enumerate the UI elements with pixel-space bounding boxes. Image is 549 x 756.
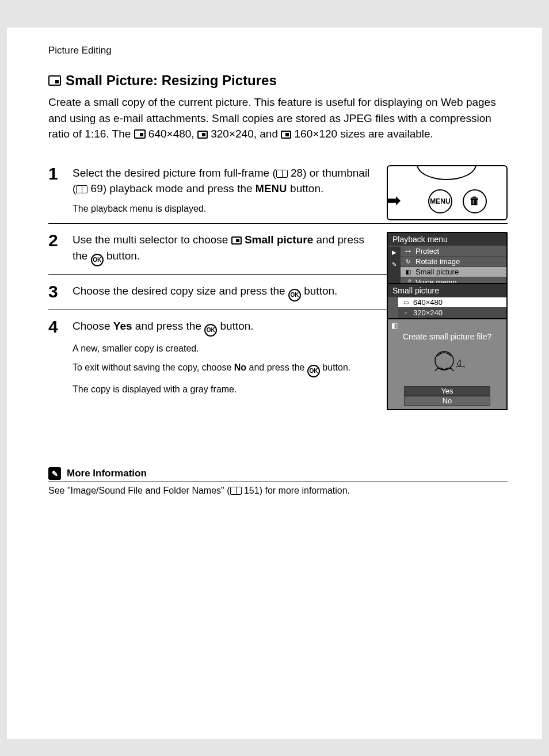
small-picture-icon — [231, 236, 242, 245]
book-icon — [276, 170, 288, 178]
chapter-title: Picture Editing — [48, 45, 508, 56]
size-icon: ▭ — [402, 299, 410, 306]
sp-badge-icon: ◧ — [391, 322, 398, 330]
preview-drawing — [427, 348, 467, 380]
step-4-lcd: ◧ Create small picture file? Yes No — [387, 318, 508, 410]
more-info-text: See "Image/Sound File and Folder Names" … — [48, 486, 508, 496]
ok-icon: OK — [91, 254, 104, 266]
step-1-graphic: ➡ MENU — [387, 165, 508, 220]
lcd-title: Small picture — [388, 284, 506, 297]
retouch-tab-icon: ✎ — [392, 261, 396, 268]
small-picture-icon — [48, 75, 61, 86]
section-title: Small Picture: Resizing Pictures — [48, 72, 508, 89]
lcd-title: Playback menu — [388, 233, 506, 246]
ok-icon: OK — [204, 324, 217, 337]
step-number: 4 — [48, 318, 62, 396]
menu-button-graphic: MENU — [428, 189, 452, 213]
menu-label: MENU — [256, 183, 287, 194]
playback-tab-icon: ▶ — [392, 249, 396, 255]
lcd-option-yes: Yes — [404, 386, 490, 396]
step-number: 1 — [48, 165, 62, 215]
lcd-item-protect: ⊶Protect — [401, 246, 506, 257]
svg-point-0 — [435, 352, 453, 370]
more-information: ✎ More Information See "Image/Sound File… — [48, 467, 508, 496]
size-icon-320 — [197, 131, 208, 139]
step-3: 3 Choose the desired copy size and press… — [48, 275, 508, 310]
section-title-text: Small Picture: Resizing Pictures — [66, 72, 277, 89]
lcd-option-no: No — [404, 396, 490, 406]
step-number: 3 — [48, 283, 62, 301]
small-picture-icon: ◧ — [404, 269, 412, 275]
rotate-icon: ↻ — [404, 258, 412, 265]
ok-icon: OK — [288, 289, 301, 301]
page: Picture Editing Small Picture: Resizing … — [7, 28, 542, 739]
ok-icon: OK — [307, 365, 320, 377]
arrow-icon: ➡ — [387, 189, 401, 211]
step-4: 4 Choose Yes and press the OK button. A … — [48, 310, 508, 404]
lcd-question: Create small picture file? — [388, 332, 506, 342]
size-icon-640 — [134, 129, 146, 139]
trash-button-graphic — [463, 189, 487, 213]
intro-paragraph: Create a small copy of the current pictu… — [48, 94, 508, 142]
protect-icon: ⊶ — [404, 248, 412, 254]
lcd-item-640: ▭640×480 — [398, 297, 506, 308]
size-icon-160 — [281, 131, 291, 139]
step-1: 1 Select the desired picture from full-f… — [48, 157, 508, 224]
lcd-item-rotate: ↻Rotate image — [401, 257, 506, 267]
step-2: 2 Use the multi selector to choose Small… — [48, 224, 508, 275]
more-info-heading: More Information — [67, 468, 147, 479]
book-icon — [230, 487, 242, 495]
book-icon — [76, 185, 87, 193]
info-icon: ✎ — [48, 467, 61, 480]
step-number: 2 — [48, 232, 62, 266]
